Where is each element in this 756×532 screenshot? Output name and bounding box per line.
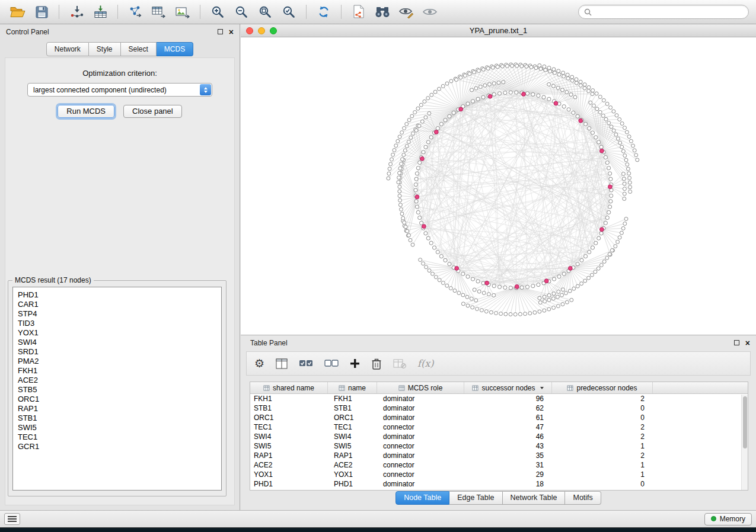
toolbar-separator bbox=[117, 5, 118, 19]
float-window-button[interactable] bbox=[218, 29, 223, 34]
table-row[interactable]: SWI4SWI4dominator462 bbox=[250, 432, 741, 441]
mcds-result-item[interactable]: STP4 bbox=[18, 309, 221, 319]
memory-status-dot bbox=[711, 516, 716, 521]
table-cell: 31 bbox=[464, 461, 552, 469]
close-panel-button[interactable]: × bbox=[745, 339, 750, 347]
column-header-label: predecessor nodes bbox=[576, 384, 637, 392]
column-header-name[interactable]: name bbox=[328, 382, 377, 393]
mcds-result-item[interactable]: ORC1 bbox=[18, 395, 221, 404]
table-row[interactable]: STB1STB1dominator620 bbox=[250, 403, 741, 413]
mcds-result-item[interactable]: SWI5 bbox=[18, 423, 221, 432]
table-row[interactable]: ORC1ORC1dominator610 bbox=[250, 413, 741, 422]
table-row[interactable]: FKH1FKH1dominator962 bbox=[250, 394, 741, 403]
deselect-all-rows-button[interactable] bbox=[324, 359, 339, 368]
table-row[interactable]: SWI5SWI5connector431 bbox=[250, 441, 741, 451]
mcds-result-item[interactable]: YOX1 bbox=[18, 328, 221, 338]
tab-network-table[interactable]: Network Table bbox=[503, 491, 566, 505]
search-network-button[interactable] bbox=[372, 3, 393, 21]
search-icon bbox=[584, 8, 592, 16]
memory-button[interactable]: Memory bbox=[704, 513, 752, 525]
search-input[interactable] bbox=[595, 8, 743, 16]
zoom-out-button[interactable] bbox=[231, 3, 252, 21]
mcds-result-item[interactable]: ACE2 bbox=[18, 376, 221, 385]
export-image-button[interactable] bbox=[172, 3, 193, 21]
import-table-button[interactable] bbox=[90, 3, 111, 21]
tab-network[interactable]: Network bbox=[46, 42, 89, 56]
status-menu-button[interactable] bbox=[4, 513, 20, 525]
table-cell: 43 bbox=[464, 442, 552, 450]
toolbar-separator bbox=[341, 5, 342, 19]
export-network-button[interactable] bbox=[125, 3, 146, 21]
mcds-result-item[interactable]: TID3 bbox=[18, 319, 221, 328]
window-maximize-traffic-button[interactable] bbox=[270, 27, 277, 34]
tab-select[interactable]: Select bbox=[121, 42, 157, 56]
mcds-result-item[interactable]: SRD1 bbox=[18, 347, 221, 357]
table-cell: YOX1 bbox=[250, 470, 328, 479]
table-row[interactable]: TEC1TEC1connector472 bbox=[250, 422, 741, 432]
create-column-button[interactable] bbox=[350, 358, 360, 368]
table-row[interactable]: RAP1RAP1dominator352 bbox=[250, 451, 741, 460]
mcds-result-item[interactable]: PMA2 bbox=[18, 357, 221, 366]
close-panel-button[interactable]: × bbox=[229, 28, 234, 36]
scrollbar-thumb[interactable] bbox=[743, 396, 748, 448]
mcds-result-item[interactable]: FKH1 bbox=[18, 366, 221, 376]
chevron-down-icon[interactable] bbox=[540, 387, 544, 389]
tab-motifs[interactable]: Motifs bbox=[565, 491, 601, 505]
tab-style[interactable]: Style bbox=[89, 42, 121, 56]
mcds-result-list[interactable]: PHD1CAR1STP4TID3YOX1SWI4SRD1PMA2FKH1ACE2… bbox=[12, 287, 222, 491]
tab-mcds[interactable]: MCDS bbox=[157, 42, 193, 56]
table-scrollbar[interactable] bbox=[741, 395, 748, 490]
column-header-shared-name[interactable]: shared name bbox=[250, 382, 328, 393]
import-network-button[interactable] bbox=[66, 3, 87, 21]
table-cell: 1 bbox=[552, 461, 653, 469]
mcds-result-item[interactable]: STB1 bbox=[18, 414, 221, 423]
table-cell: 1 bbox=[552, 470, 653, 479]
mcds-result-item[interactable]: STB5 bbox=[18, 385, 221, 395]
mcds-result-group: MCDS result (17 nodes) PHD1CAR1STP4TID3Y… bbox=[8, 276, 227, 496]
annotations-button[interactable] bbox=[348, 3, 369, 21]
table-row[interactable]: YOX1YOX1connector291 bbox=[250, 470, 741, 479]
show-columns-button[interactable] bbox=[276, 358, 288, 369]
delete-column-button[interactable] bbox=[371, 358, 382, 370]
zoom-selected-button[interactable] bbox=[278, 3, 299, 21]
table-row[interactable]: ACE2ACE2connector311 bbox=[250, 460, 741, 470]
table-row[interactable]: PHD1PHD1dominator180 bbox=[250, 479, 741, 489]
network-graph[interactable] bbox=[241, 37, 756, 335]
criterion-dropdown[interactable]: largest connected component (undirected) bbox=[27, 83, 212, 97]
table-cell: 0 bbox=[552, 480, 653, 488]
mcds-result-item[interactable]: SWI4 bbox=[18, 338, 221, 347]
column-header-mcds-role[interactable]: MCDS role bbox=[377, 382, 464, 393]
table-cell: 46 bbox=[464, 432, 552, 441]
select-all-rows-button[interactable] bbox=[299, 359, 313, 368]
column-type-icon bbox=[339, 385, 345, 391]
float-window-button[interactable] bbox=[734, 340, 739, 345]
refresh-button[interactable] bbox=[313, 3, 334, 21]
table-cell: 2 bbox=[552, 395, 653, 403]
network-panel: YPA_prune.txt_1 bbox=[241, 24, 756, 335]
table-cell: SWI5 bbox=[328, 442, 377, 450]
show-graphics-details-button[interactable] bbox=[395, 3, 417, 21]
column-header-predecessor-nodes[interactable]: predecessor nodes bbox=[552, 382, 653, 393]
refresh-icon bbox=[317, 5, 331, 19]
run-mcds-button[interactable]: Run MCDS bbox=[58, 105, 114, 118]
close-panel-action-button[interactable]: Close panel bbox=[123, 105, 182, 118]
table-cell: ORC1 bbox=[250, 414, 328, 422]
tab-edge-table[interactable]: Edge Table bbox=[449, 491, 502, 505]
mcds-result-item[interactable]: RAP1 bbox=[18, 404, 221, 414]
table-settings-button[interactable]: ⚙ bbox=[254, 358, 264, 369]
network-canvas[interactable] bbox=[241, 37, 756, 335]
save-session-button[interactable] bbox=[31, 3, 52, 21]
zoom-fit-button[interactable] bbox=[254, 3, 276, 21]
mcds-result-item[interactable]: CAR1 bbox=[18, 300, 221, 309]
zoom-in-button[interactable] bbox=[207, 3, 228, 21]
window-minimize-traffic-button[interactable] bbox=[258, 27, 265, 34]
mcds-result-item[interactable]: GCR1 bbox=[18, 442, 221, 451]
export-table-button[interactable] bbox=[148, 3, 170, 21]
preview-button[interactable] bbox=[419, 3, 441, 21]
mcds-result-item[interactable]: TEC1 bbox=[18, 432, 221, 442]
column-header-successor-nodes[interactable]: successor nodes bbox=[464, 382, 552, 393]
window-close-traffic-button[interactable] bbox=[246, 27, 253, 34]
mcds-result-item[interactable]: PHD1 bbox=[18, 290, 221, 300]
open-session-button[interactable] bbox=[7, 3, 28, 21]
tab-node-table[interactable]: Node Table bbox=[395, 491, 449, 505]
